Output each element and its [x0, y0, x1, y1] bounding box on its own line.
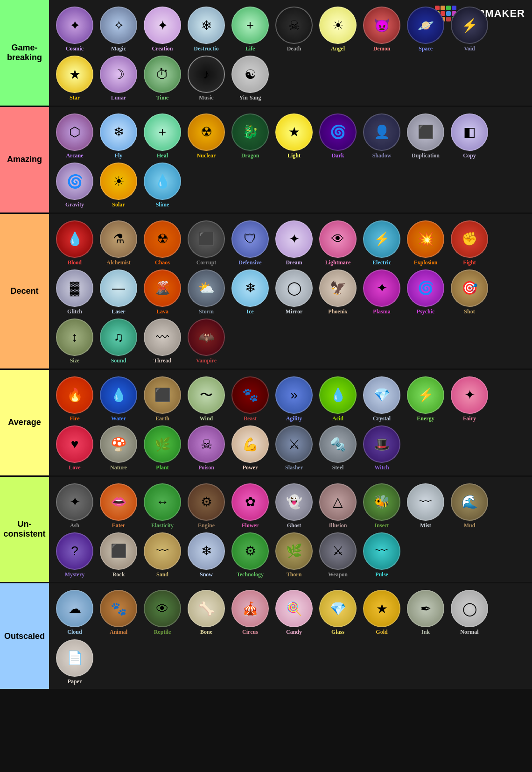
ability-item-gold[interactable]: ★Gold — [361, 590, 402, 635]
ability-item-water[interactable]: 💧Water — [98, 376, 139, 422]
ability-item-engine[interactable]: ⚙Engine — [186, 483, 227, 529]
ability-item-steel[interactable]: 🔩Steel — [317, 425, 358, 471]
ability-item-heal[interactable]: +Heal — [142, 113, 183, 159]
ability-item-arcane[interactable]: ⬡Arcane — [54, 113, 95, 159]
ability-item-gravity[interactable]: 🌀Gravity — [54, 163, 95, 208]
ability-item-glass[interactable]: 💎Glass — [317, 590, 358, 635]
ability-item-witch[interactable]: 🎩Witch — [361, 425, 402, 471]
ability-item-sound[interactable]: ♫Sound — [98, 319, 139, 364]
ability-item-love[interactable]: ♥Love — [54, 425, 95, 471]
ability-item-weapon[interactable]: ⚔Weapon — [317, 532, 358, 578]
ability-item-storm[interactable]: ⛅Storm — [186, 269, 227, 315]
ability-item-fly[interactable]: ❄Fly — [98, 113, 139, 159]
ability-item-blood[interactable]: 💧Blood — [54, 220, 95, 266]
ability-item-mud[interactable]: 🌊Mud — [449, 483, 490, 529]
ability-item-agility[interactable]: »Agility — [273, 376, 315, 422]
ability-item-lava[interactable]: 🌋Lava — [142, 269, 183, 315]
ability-item-thorn[interactable]: 🌿Thorn — [273, 532, 315, 578]
ability-item-explosion[interactable]: 💥Explosion — [405, 220, 446, 266]
ability-item-elasticity[interactable]: ↔Elasticity — [142, 483, 183, 529]
ability-item-bone[interactable]: 🦴Bone — [186, 590, 227, 635]
ability-item-ink[interactable]: ✒Ink — [405, 590, 446, 635]
ability-item-lightmare[interactable]: 👁Lightmare — [317, 220, 358, 266]
ability-item-alchemist[interactable]: ⚗Alchemist — [98, 220, 139, 266]
ability-item-poison[interactable]: ☠Poison — [186, 425, 227, 471]
ability-item-circus[interactable]: 🎪Circus — [230, 590, 271, 635]
ability-item-energy[interactable]: ⚡Energy — [405, 376, 446, 422]
ability-item-slasher[interactable]: ⚔Slasher — [273, 425, 315, 471]
ability-item-illusion[interactable]: △Illusion — [317, 483, 358, 529]
ability-item-laser[interactable]: —Laser — [98, 269, 139, 315]
ability-item-sand[interactable]: 〰Sand — [142, 532, 183, 578]
ability-item-shot[interactable]: 🎯Shot — [449, 269, 490, 315]
ability-item-dark[interactable]: 🌀Dark — [317, 113, 358, 159]
ability-item-void[interactable]: ⚡Void — [449, 7, 490, 52]
ability-item-solar[interactable]: ☀Solar — [98, 163, 139, 208]
ability-item-mirror[interactable]: ◯Mirror — [273, 269, 315, 315]
ability-item-star[interactable]: ★Star — [54, 56, 95, 101]
ability-item-magic[interactable]: ✧Magic — [98, 7, 139, 52]
ability-item-electric[interactable]: ⚡Electric — [361, 220, 402, 266]
ability-item-beast[interactable]: 🐾Beast — [230, 376, 271, 422]
ability-item-destructio[interactable]: ❄Destructio — [186, 7, 227, 52]
ability-item-ash[interactable]: ✦Ash — [54, 483, 95, 529]
ability-item-copy[interactable]: ◧Copy — [449, 113, 490, 159]
ability-item-ghost[interactable]: 👻Ghost — [273, 483, 315, 529]
ability-item-technology[interactable]: ⚙Technology — [230, 532, 271, 578]
ability-item-cloud[interactable]: ☁Cloud — [54, 590, 95, 635]
ability-item-wind[interactable]: 〜Wind — [186, 376, 227, 422]
ability-item-fairy[interactable]: ✦Fairy — [449, 376, 490, 422]
ability-item-thread[interactable]: 〰Thread — [142, 319, 183, 364]
ability-item-death[interactable]: ☠Death — [273, 7, 315, 52]
ability-item-nature[interactable]: 🍄Nature — [98, 425, 139, 471]
ability-item-shadow[interactable]: 👤Shadow — [361, 113, 402, 159]
ability-item-power[interactable]: 💪Power — [230, 425, 271, 471]
ability-item-candy[interactable]: 🍭Candy — [273, 590, 315, 635]
ability-item-rock[interactable]: ⬛Rock — [98, 532, 139, 578]
ability-item-crystal[interactable]: 💎Crystal — [361, 376, 402, 422]
ability-item-animal[interactable]: 🐾Animal — [98, 590, 139, 635]
ability-item-insect[interactable]: 🐝Insect — [361, 483, 402, 529]
ability-item-space[interactable]: 🪐Space — [405, 7, 446, 52]
ability-item-paper[interactable]: 📄Paper — [54, 639, 95, 685]
ability-item-plasma[interactable]: ✦Plasma — [361, 269, 402, 315]
ability-item-normal[interactable]: ◯Normal — [449, 590, 490, 635]
ability-item-acid[interactable]: 💧Acid — [317, 376, 358, 422]
ability-item-nuclear[interactable]: ☢Nuclear — [186, 113, 227, 159]
ability-item-dragon[interactable]: 🐉Dragon — [230, 113, 271, 159]
ability-item-demon[interactable]: 👿Demon — [361, 7, 402, 52]
ability-item-pulse[interactable]: 〰Pulse — [361, 532, 402, 578]
ability-item-lunar[interactable]: ☽Lunar — [98, 56, 139, 101]
ability-item-reptile[interactable]: 👁Reptile — [142, 590, 183, 635]
ability-item-earth[interactable]: ⬛Earth — [142, 376, 183, 422]
ability-item-light[interactable]: ★Light — [273, 113, 315, 159]
ability-item-plant[interactable]: 🌿Plant — [142, 425, 183, 471]
ability-item-snow[interactable]: ❄Snow — [186, 532, 227, 578]
ability-item-life[interactable]: +Life — [230, 7, 271, 52]
ability-item-angel[interactable]: ☀Angel — [317, 7, 358, 52]
ability-item-mystery[interactable]: ?Mystery — [54, 532, 95, 578]
ability-item-phoenix[interactable]: 🦅Phoenix — [317, 269, 358, 315]
ability-item-defensive[interactable]: 🛡Defensive — [230, 220, 271, 266]
ability-item-dream[interactable]: ✦Dream — [273, 220, 315, 266]
ability-item-duplication[interactable]: ⬛Duplication — [405, 113, 446, 159]
ability-item-music[interactable]: ♪Music — [186, 56, 227, 101]
ability-item-fire[interactable]: 🔥Fire — [54, 376, 95, 422]
ability-item-vampire[interactable]: 🦇Vampire — [186, 319, 227, 364]
ability-item-mist[interactable]: 〰Mist — [405, 483, 446, 529]
ability-item-fight[interactable]: ✊Fight — [449, 220, 490, 266]
ability-item-creation[interactable]: ✦Creation — [142, 7, 183, 52]
ability-item-size[interactable]: ↕Size — [54, 319, 95, 364]
ability-item-chaos[interactable]: ☢Chaos — [142, 220, 183, 266]
ability-item-corrupt[interactable]: ⬛Corrupt — [186, 220, 227, 266]
ability-item-eater[interactable]: 👄Eater — [98, 483, 139, 529]
ability-item-ice[interactable]: ❄Ice — [230, 269, 271, 315]
ability-circle-animal: 🐾 — [100, 590, 137, 627]
ability-item-time[interactable]: ⏱Time — [142, 56, 183, 101]
ability-item-psychic[interactable]: 🌀Psychic — [405, 269, 446, 315]
ability-item-cosmic[interactable]: ✦Cosmic — [54, 7, 95, 52]
ability-item-glitch[interactable]: ▓Glitch — [54, 269, 95, 315]
ability-item-yin-yang[interactable]: ☯Yin Yang — [230, 56, 271, 101]
ability-item-slime[interactable]: 💧Slime — [142, 163, 183, 208]
ability-item-flower[interactable]: ✿Flower — [230, 483, 271, 529]
